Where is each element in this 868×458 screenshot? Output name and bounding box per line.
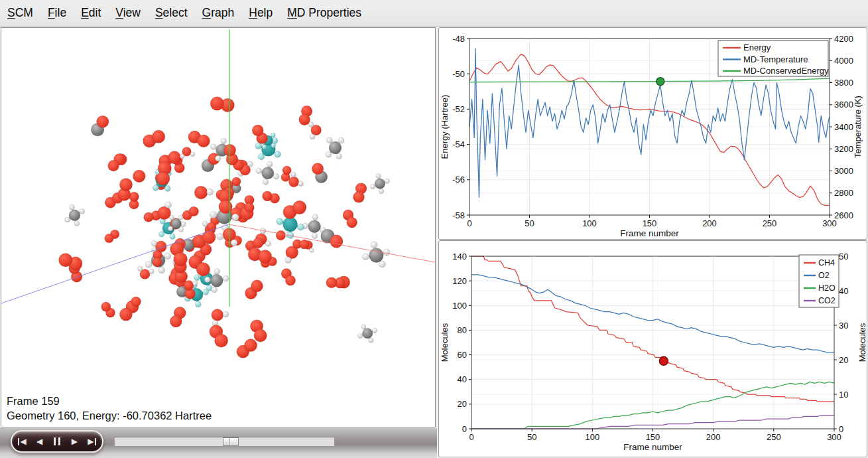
svg-text:0: 0 bbox=[469, 432, 473, 442]
svg-text:-56: -56 bbox=[452, 175, 465, 185]
svg-text:Molecules: Molecules bbox=[440, 323, 450, 362]
svg-text:40: 40 bbox=[458, 374, 467, 384]
svg-text:2600: 2600 bbox=[834, 210, 853, 220]
menu-item-edit[interactable]: Edit bbox=[74, 0, 108, 26]
molecule-3d-scene[interactable] bbox=[1, 28, 435, 427]
svg-text:60: 60 bbox=[458, 350, 467, 360]
menu-item-graph[interactable]: Graph bbox=[195, 0, 242, 26]
svg-text:MD-ConservedEnergy: MD-ConservedEnergy bbox=[743, 66, 829, 76]
menu-bar: SCMFileEditViewSelectGraphHelpMD Propert… bbox=[0, 0, 868, 27]
svg-text:CH4: CH4 bbox=[818, 258, 835, 267]
svg-text:H2O: H2O bbox=[818, 283, 836, 293]
skip-to-start-button[interactable]: ◀ bbox=[15, 433, 29, 449]
svg-text:50: 50 bbox=[527, 432, 536, 442]
svg-text:2800: 2800 bbox=[834, 188, 853, 198]
menu-item-file[interactable]: File bbox=[40, 0, 74, 26]
svg-text:200: 200 bbox=[702, 218, 717, 228]
svg-text:4200: 4200 bbox=[834, 34, 853, 44]
svg-text:50: 50 bbox=[525, 218, 534, 228]
step-back-button[interactable]: ◀ bbox=[32, 433, 47, 449]
svg-text:3200: 3200 bbox=[834, 144, 853, 154]
menu-item-help[interactable]: Help bbox=[241, 0, 280, 26]
svg-text:3000: 3000 bbox=[834, 166, 853, 176]
pause-button[interactable] bbox=[50, 433, 64, 449]
svg-text:Energy (Hartree): Energy (Hartree) bbox=[440, 95, 450, 159]
svg-text:-58: -58 bbox=[452, 210, 465, 220]
molecule-viewer-panel[interactable]: Frame 159 Geometry 160, Energy: -60.7036… bbox=[1, 27, 436, 427]
molecules-chart-panel: 1401201008060402005040302010005010015020… bbox=[438, 240, 867, 457]
svg-text:-48: -48 bbox=[452, 34, 465, 44]
svg-text:CO2: CO2 bbox=[818, 296, 836, 305]
svg-text:120: 120 bbox=[452, 276, 467, 286]
current-frame-marker[interactable] bbox=[659, 356, 668, 365]
pause-icon bbox=[54, 437, 56, 445]
playback-strip: ◀◀▶▶ bbox=[0, 428, 437, 458]
svg-text:0: 0 bbox=[462, 424, 467, 434]
chart-chart-molecules: 1401201008060402005040302010005010015020… bbox=[440, 252, 867, 453]
svg-text:Temperature (K): Temperature (K) bbox=[853, 96, 863, 158]
svg-text:3600: 3600 bbox=[834, 100, 853, 110]
frame-status: Frame 159 Geometry 160, Energy: -60.7036… bbox=[7, 394, 212, 423]
ams-movie-window: SCMFileEditViewSelectGraphHelpMD Propert… bbox=[0, 0, 868, 458]
geometry-energy-label: Geometry 160, Energy: -60.70362 Hartree bbox=[7, 408, 212, 423]
frame-slider-handle[interactable] bbox=[223, 437, 239, 446]
legend[interactable]: EnergyMD-TemperatureMD-ConservedEnergy bbox=[718, 40, 829, 76]
chart-chart-energy: -48-50-52-54-56-584200400038003600340032… bbox=[440, 34, 863, 239]
playback-controls: ◀◀▶▶ bbox=[11, 430, 103, 453]
svg-text:10: 10 bbox=[839, 390, 848, 400]
svg-text:300: 300 bbox=[827, 432, 841, 442]
svg-text:150: 150 bbox=[643, 218, 657, 228]
svg-text:Molecules: Molecules bbox=[857, 323, 867, 362]
play-button[interactable]: ▶ bbox=[67, 433, 82, 449]
menu-item-scm[interactable]: SCM bbox=[0, 0, 40, 26]
skip-to-end-button[interactable]: ▶ bbox=[85, 433, 99, 449]
svg-text:30: 30 bbox=[839, 321, 848, 331]
frame-slider[interactable] bbox=[114, 437, 335, 447]
svg-text:Frame number: Frame number bbox=[623, 442, 682, 452]
svg-text:3800: 3800 bbox=[834, 78, 853, 88]
svg-text:MD-Temperature: MD-Temperature bbox=[743, 54, 808, 64]
svg-text:250: 250 bbox=[763, 218, 777, 228]
svg-text:O2: O2 bbox=[818, 271, 830, 280]
svg-text:3400: 3400 bbox=[834, 122, 853, 132]
menu-item-select[interactable]: Select bbox=[148, 0, 195, 26]
scene-molecules bbox=[59, 97, 390, 358]
energy-chart-panel: -48-50-52-54-56-584200400038003600340032… bbox=[438, 27, 867, 240]
svg-text:50: 50 bbox=[839, 252, 848, 262]
menu-item-md-properties[interactable]: MD Properties bbox=[280, 0, 369, 26]
frame-number-label: Frame 159 bbox=[7, 394, 212, 408]
svg-text:-52: -52 bbox=[452, 104, 465, 114]
svg-text:100: 100 bbox=[452, 301, 467, 311]
energy-temperature-chart[interactable]: -48-50-52-54-56-584200400038003600340032… bbox=[439, 28, 867, 239]
skip-to-start-icon: ◀ bbox=[20, 437, 26, 446]
svg-text:0: 0 bbox=[467, 218, 471, 228]
legend[interactable]: CH4O2H2OCO2 bbox=[799, 255, 839, 307]
svg-text:-50: -50 bbox=[452, 69, 465, 79]
svg-text:200: 200 bbox=[706, 432, 721, 442]
svg-text:100: 100 bbox=[582, 218, 597, 228]
skip-to-start-icon bbox=[18, 438, 20, 445]
svg-text:80: 80 bbox=[458, 325, 467, 335]
svg-text:250: 250 bbox=[767, 432, 781, 442]
svg-text:Frame number: Frame number bbox=[620, 228, 679, 238]
svg-text:300: 300 bbox=[822, 218, 837, 228]
svg-text:100: 100 bbox=[585, 432, 599, 442]
current-frame-marker[interactable] bbox=[656, 78, 664, 86]
svg-text:20: 20 bbox=[458, 399, 467, 409]
svg-text:Energy: Energy bbox=[743, 42, 771, 52]
svg-text:40: 40 bbox=[839, 286, 848, 296]
svg-text:20: 20 bbox=[839, 355, 848, 365]
step-back-icon: ◀ bbox=[36, 437, 42, 446]
svg-text:140: 140 bbox=[452, 252, 467, 262]
play-icon: ▶ bbox=[72, 437, 78, 446]
molecule-count-chart[interactable]: 1401201008060402005040302010005010015020… bbox=[439, 241, 867, 457]
svg-text:4000: 4000 bbox=[834, 56, 853, 66]
svg-text:-54: -54 bbox=[452, 139, 465, 149]
svg-text:150: 150 bbox=[646, 432, 660, 442]
skip-to-end-icon: ▶ bbox=[88, 437, 93, 446]
menu-item-view[interactable]: View bbox=[108, 0, 148, 26]
